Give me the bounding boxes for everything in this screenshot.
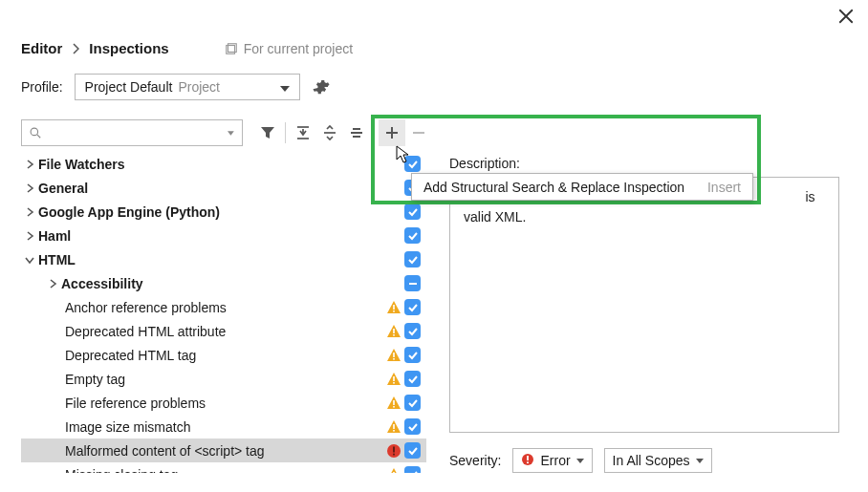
checkbox-icon[interactable] — [404, 466, 421, 473]
profile-select[interactable]: Project Default Project — [75, 74, 300, 100]
svg-rect-10 — [353, 136, 360, 138]
svg-rect-8 — [351, 132, 362, 134]
tree-category[interactable]: Google App Engine (Python) — [21, 200, 426, 224]
profile-selected-name: Project Default — [85, 79, 173, 95]
svg-rect-34 — [528, 461, 530, 463]
add-inspection-popup[interactable]: Add Structural Search & Replace Inspecti… — [411, 173, 753, 201]
svg-rect-15 — [393, 305, 395, 310]
svg-rect-16 — [393, 310, 395, 312]
popup-shortcut: Insert — [707, 180, 741, 195]
collapse-all-button[interactable] — [316, 119, 343, 146]
checkbox-mixed-icon[interactable] — [404, 275, 421, 291]
error-icon — [386, 443, 401, 459]
profile-label: Profile: — [21, 79, 63, 95]
warning-icon — [386, 372, 401, 387]
svg-line-3 — [37, 135, 40, 138]
error-icon — [521, 453, 534, 469]
svg-rect-23 — [393, 400, 395, 405]
chevron-down-icon — [280, 79, 290, 95]
checkbox-icon[interactable] — [404, 395, 421, 411]
checkbox-icon[interactable] — [404, 251, 421, 267]
checkbox-icon[interactable] — [404, 323, 421, 339]
tree-category[interactable]: Haml — [21, 224, 426, 247]
warning-icon — [386, 396, 401, 411]
checkbox-icon[interactable] — [404, 227, 421, 244]
profile-row: Profile: Project Default Project — [0, 56, 868, 100]
breadcrumb: Editor Inspections For current project — [0, 0, 868, 56]
tree-item[interactable]: File reference problems — [21, 391, 426, 415]
expand-icon[interactable] — [21, 183, 38, 193]
svg-rect-17 — [393, 329, 395, 333]
close-button[interactable] — [837, 8, 855, 28]
search-icon — [30, 126, 41, 139]
svg-rect-26 — [393, 430, 395, 432]
tree-category[interactable]: File Watchers — [21, 152, 426, 176]
profile-scope: Project — [178, 79, 220, 95]
tree-category-html[interactable]: HTML — [21, 247, 426, 271]
svg-rect-25 — [393, 424, 395, 429]
checkbox-icon[interactable] — [404, 347, 421, 363]
chevron-down-icon — [696, 459, 704, 463]
scope-select[interactable]: In All Scopes — [604, 448, 712, 473]
svg-rect-20 — [393, 358, 395, 360]
svg-rect-21 — [393, 376, 395, 381]
tree-item[interactable]: Anchor reference problems — [21, 295, 426, 319]
remove-inspection-button[interactable] — [405, 119, 432, 146]
warning-icon — [386, 348, 401, 363]
expand-icon[interactable] — [44, 279, 61, 289]
expand-icon[interactable] — [21, 207, 38, 217]
tree-item[interactable]: Empty tag — [21, 367, 426, 391]
expand-all-button[interactable] — [290, 119, 316, 146]
toolbar — [0, 100, 868, 148]
warning-icon — [386, 467, 401, 474]
chevron-down-icon — [576, 459, 584, 463]
checkbox-icon[interactable] — [404, 299, 421, 315]
checkbox-icon[interactable] — [404, 371, 421, 387]
search-dropdown-icon — [228, 131, 234, 136]
filter-button[interactable] — [254, 119, 281, 146]
svg-rect-22 — [393, 382, 395, 384]
svg-rect-29 — [393, 453, 395, 455]
checkbox-icon[interactable] — [404, 156, 421, 172]
warning-icon — [386, 419, 401, 435]
add-inspection-button[interactable] — [379, 119, 405, 146]
tree-item[interactable]: Deprecated HTML tag — [21, 343, 426, 367]
inspection-tree[interactable]: File WatchersGeneralGoogle App Engine (P… — [21, 152, 426, 473]
svg-rect-18 — [393, 334, 395, 336]
svg-point-2 — [31, 128, 37, 135]
checkbox-icon[interactable] — [404, 203, 421, 220]
checkbox-icon[interactable] — [404, 442, 421, 459]
svg-rect-19 — [393, 353, 395, 357]
tree-item[interactable]: Deprecated HTML attribute — [21, 319, 426, 343]
popup-item-label: Add Structural Search & Replace Inspecti… — [423, 180, 684, 195]
severity-label: Severity: — [449, 453, 501, 468]
reset-button[interactable] — [343, 119, 370, 146]
current-project-label: For current project — [225, 41, 353, 56]
expand-icon[interactable] — [21, 160, 38, 169]
search-field[interactable] — [47, 125, 222, 141]
tree-category-accessibility[interactable]: Accessibility — [21, 271, 426, 295]
svg-rect-9 — [353, 128, 360, 130]
collapse-icon[interactable] — [21, 255, 38, 265]
tree-item[interactable]: Image size mismatch — [21, 415, 426, 439]
profile-settings-button[interactable] — [312, 77, 331, 96]
warning-icon — [386, 324, 401, 339]
warning-icon — [386, 300, 401, 315]
severity-select[interactable]: Error — [512, 448, 592, 473]
svg-rect-30 — [393, 472, 395, 474]
svg-rect-33 — [528, 456, 530, 460]
description-label: Description: — [449, 156, 868, 171]
svg-rect-24 — [393, 406, 395, 408]
breadcrumb-parent[interactable]: Editor — [21, 40, 62, 56]
description-text: Reports that the is valid XML. — [449, 177, 839, 433]
search-input[interactable] — [21, 119, 243, 146]
svg-rect-28 — [393, 446, 395, 452]
tree-item[interactable]: Missing closing tag — [21, 462, 426, 473]
checkbox-icon[interactable] — [404, 418, 421, 435]
chevron-right-icon — [72, 42, 79, 55]
expand-icon[interactable] — [21, 231, 38, 241]
tree-category[interactable]: General — [21, 176, 426, 200]
page-title: Inspections — [89, 40, 168, 56]
tree-item[interactable]: Malformed content of <script> tag — [21, 439, 426, 462]
